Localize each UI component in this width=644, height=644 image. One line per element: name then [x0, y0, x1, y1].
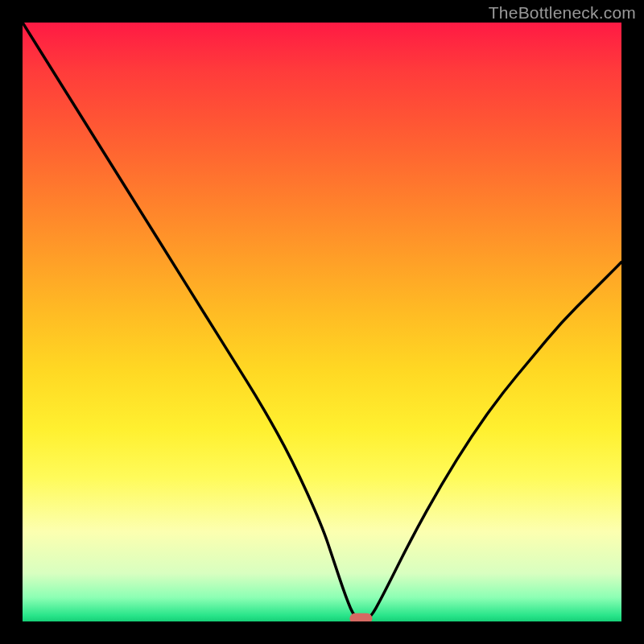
- plot-area: [23, 23, 621, 621]
- chart-frame: TheBottleneck.com: [0, 0, 644, 644]
- optimal-marker: [349, 613, 372, 621]
- bottleneck-curve: [23, 23, 621, 618]
- curve-layer: [23, 23, 621, 621]
- watermark-text: TheBottleneck.com: [489, 3, 636, 23]
